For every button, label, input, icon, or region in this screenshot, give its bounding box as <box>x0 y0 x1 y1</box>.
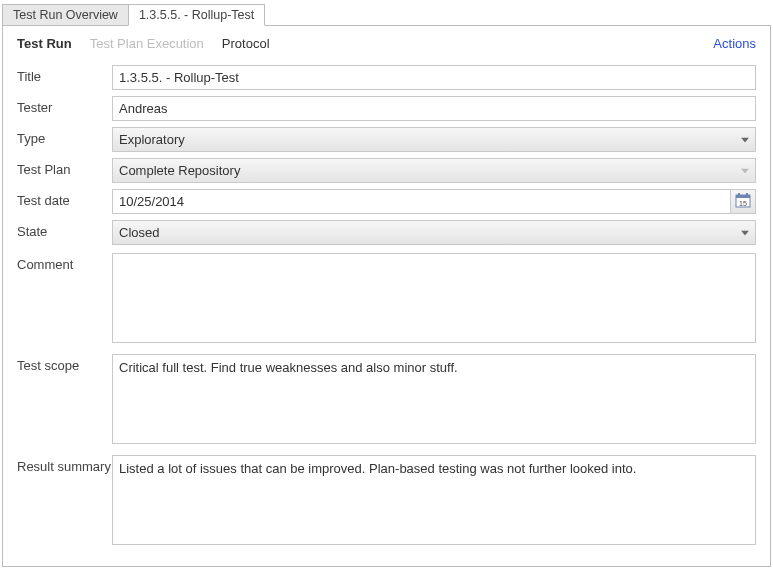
calendar-button[interactable]: 15 <box>730 189 756 214</box>
test-date-input[interactable] <box>112 189 730 214</box>
test-plan-select[interactable]: Complete Repository <box>112 158 756 183</box>
label-test-date: Test date <box>17 189 112 208</box>
label-state: State <box>17 220 112 239</box>
window-tabstrip: Test Run Overview 1.3.5.5. - Rollup-Test <box>2 2 773 26</box>
tab-current-test-run[interactable]: 1.3.5.5. - Rollup-Test <box>128 4 265 26</box>
subtab-test-plan-execution: Test Plan Execution <box>90 36 204 51</box>
subtab-protocol[interactable]: Protocol <box>222 36 270 51</box>
type-select[interactable]: Exploratory <box>112 127 756 152</box>
svg-rect-2 <box>738 193 740 196</box>
label-test-scope: Test scope <box>17 354 112 373</box>
tab-test-run-overview[interactable]: Test Run Overview <box>2 4 129 26</box>
label-type: Type <box>17 127 112 146</box>
result-summary-textarea[interactable]: Listed a lot of issues that can be impro… <box>112 455 756 545</box>
title-input[interactable] <box>112 65 756 90</box>
test-run-panel: Test Run Test Plan Execution Protocol Ac… <box>2 25 771 567</box>
svg-rect-3 <box>746 193 748 196</box>
svg-text:15: 15 <box>739 199 747 206</box>
subtab-test-run[interactable]: Test Run <box>17 36 72 51</box>
label-comment: Comment <box>17 253 112 272</box>
tester-input[interactable] <box>112 96 756 121</box>
label-tester: Tester <box>17 96 112 115</box>
test-scope-textarea[interactable]: Critical full test. Find true weaknesses… <box>112 354 756 444</box>
comment-textarea[interactable] <box>112 253 756 343</box>
calendar-icon: 15 <box>735 193 751 211</box>
panel-subtabs: Test Run Test Plan Execution Protocol Ac… <box>17 26 756 59</box>
state-select[interactable]: Closed <box>112 220 756 245</box>
label-test-plan: Test Plan <box>17 158 112 177</box>
label-result-summary: Result summary <box>17 455 112 474</box>
actions-link[interactable]: Actions <box>713 36 756 51</box>
label-title: Title <box>17 65 112 84</box>
